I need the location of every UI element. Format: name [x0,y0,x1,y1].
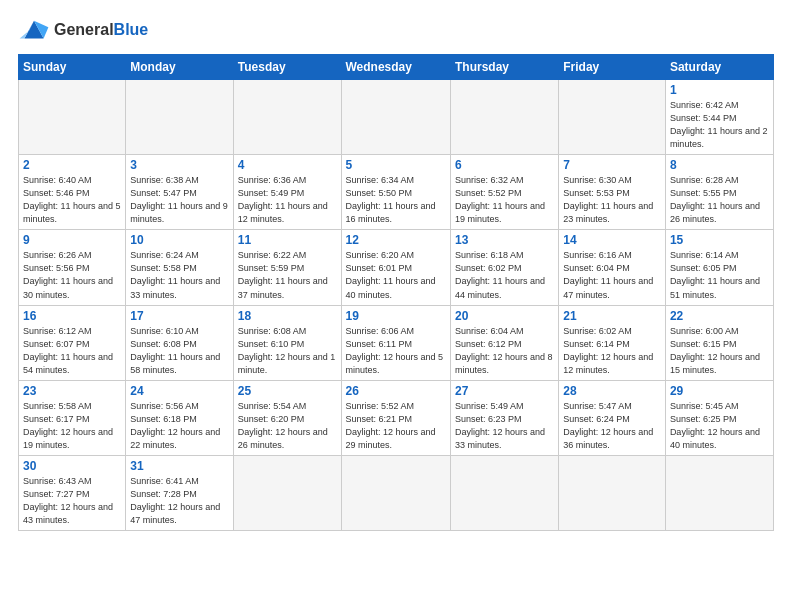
day-info-6: Sunrise: 6:32 AM Sunset: 5:52 PM Dayligh… [455,174,554,226]
calendar-cell-40 [559,455,666,530]
calendar-cell-8: 3Sunrise: 6:38 AM Sunset: 5:47 PM Daylig… [126,155,233,230]
col-thursday: Thursday [450,55,558,80]
col-saturday: Saturday [665,55,773,80]
day-number-29: 29 [670,384,769,398]
calendar-cell-26: 21Sunrise: 6:02 AM Sunset: 6:14 PM Dayli… [559,305,666,380]
logo: GeneralBlue [18,16,148,44]
calendar-table: Sunday Monday Tuesday Wednesday Thursday… [18,54,774,531]
calendar-cell-7: 2Sunrise: 6:40 AM Sunset: 5:46 PM Daylig… [19,155,126,230]
day-number-4: 4 [238,158,337,172]
calendar-cell-33: 28Sunrise: 5:47 AM Sunset: 6:24 PM Dayli… [559,380,666,455]
day-info-13: Sunrise: 6:18 AM Sunset: 6:02 PM Dayligh… [455,249,554,301]
day-number-17: 17 [130,309,228,323]
day-number-16: 16 [23,309,121,323]
calendar-cell-21: 16Sunrise: 6:12 AM Sunset: 6:07 PM Dayli… [19,305,126,380]
calendar-cell-10: 5Sunrise: 6:34 AM Sunset: 5:50 PM Daylig… [341,155,450,230]
calendar-cell-14: 9Sunrise: 6:26 AM Sunset: 5:56 PM Daylig… [19,230,126,305]
calendar-cell-4 [450,80,558,155]
day-number-31: 31 [130,459,228,473]
day-info-3: Sunrise: 6:38 AM Sunset: 5:47 PM Dayligh… [130,174,228,226]
day-info-4: Sunrise: 6:36 AM Sunset: 5:49 PM Dayligh… [238,174,337,226]
col-sunday: Sunday [19,55,126,80]
day-info-26: Sunrise: 5:52 AM Sunset: 6:21 PM Dayligh… [346,400,446,452]
calendar-row-4: 16Sunrise: 6:12 AM Sunset: 6:07 PM Dayli… [19,305,774,380]
day-info-24: Sunrise: 5:56 AM Sunset: 6:18 PM Dayligh… [130,400,228,452]
day-number-7: 7 [563,158,661,172]
calendar-cell-31: 26Sunrise: 5:52 AM Sunset: 6:21 PM Dayli… [341,380,450,455]
calendar-cell-9: 4Sunrise: 6:36 AM Sunset: 5:49 PM Daylig… [233,155,341,230]
calendar-cell-18: 13Sunrise: 6:18 AM Sunset: 6:02 PM Dayli… [450,230,558,305]
calendar-cell-27: 22Sunrise: 6:00 AM Sunset: 6:15 PM Dayli… [665,305,773,380]
calendar-cell-5 [559,80,666,155]
calendar-cell-24: 19Sunrise: 6:06 AM Sunset: 6:11 PM Dayli… [341,305,450,380]
day-number-9: 9 [23,233,121,247]
calendar-cell-37 [233,455,341,530]
day-number-13: 13 [455,233,554,247]
day-number-19: 19 [346,309,446,323]
day-info-19: Sunrise: 6:06 AM Sunset: 6:11 PM Dayligh… [346,325,446,377]
calendar-cell-22: 17Sunrise: 6:10 AM Sunset: 6:08 PM Dayli… [126,305,233,380]
day-info-17: Sunrise: 6:10 AM Sunset: 6:08 PM Dayligh… [130,325,228,377]
calendar-cell-41 [665,455,773,530]
logo-text: GeneralBlue [54,21,148,39]
day-number-27: 27 [455,384,554,398]
col-monday: Monday [126,55,233,80]
calendar-cell-35: 30Sunrise: 6:43 AM Sunset: 7:27 PM Dayli… [19,455,126,530]
page: GeneralBlue Sunday Monday Tuesday Wednes… [0,0,792,612]
day-info-9: Sunrise: 6:26 AM Sunset: 5:56 PM Dayligh… [23,249,121,301]
day-info-18: Sunrise: 6:08 AM Sunset: 6:10 PM Dayligh… [238,325,337,377]
calendar-cell-23: 18Sunrise: 6:08 AM Sunset: 6:10 PM Dayli… [233,305,341,380]
day-info-30: Sunrise: 6:43 AM Sunset: 7:27 PM Dayligh… [23,475,121,527]
day-number-23: 23 [23,384,121,398]
day-info-20: Sunrise: 6:04 AM Sunset: 6:12 PM Dayligh… [455,325,554,377]
calendar-cell-0 [19,80,126,155]
calendar-row-1: 1Sunrise: 6:42 AM Sunset: 5:44 PM Daylig… [19,80,774,155]
calendar-row-2: 2Sunrise: 6:40 AM Sunset: 5:46 PM Daylig… [19,155,774,230]
calendar-cell-16: 11Sunrise: 6:22 AM Sunset: 5:59 PM Dayli… [233,230,341,305]
calendar-row-3: 9Sunrise: 6:26 AM Sunset: 5:56 PM Daylig… [19,230,774,305]
day-number-12: 12 [346,233,446,247]
col-tuesday: Tuesday [233,55,341,80]
day-number-30: 30 [23,459,121,473]
calendar-row-5: 23Sunrise: 5:58 AM Sunset: 6:17 PM Dayli… [19,380,774,455]
day-info-22: Sunrise: 6:00 AM Sunset: 6:15 PM Dayligh… [670,325,769,377]
day-info-28: Sunrise: 5:47 AM Sunset: 6:24 PM Dayligh… [563,400,661,452]
calendar-cell-15: 10Sunrise: 6:24 AM Sunset: 5:58 PM Dayli… [126,230,233,305]
calendar-cell-1 [126,80,233,155]
day-number-21: 21 [563,309,661,323]
calendar-row-6: 30Sunrise: 6:43 AM Sunset: 7:27 PM Dayli… [19,455,774,530]
day-info-8: Sunrise: 6:28 AM Sunset: 5:55 PM Dayligh… [670,174,769,226]
day-number-24: 24 [130,384,228,398]
day-info-5: Sunrise: 6:34 AM Sunset: 5:50 PM Dayligh… [346,174,446,226]
calendar-cell-2 [233,80,341,155]
day-info-21: Sunrise: 6:02 AM Sunset: 6:14 PM Dayligh… [563,325,661,377]
day-number-11: 11 [238,233,337,247]
day-number-28: 28 [563,384,661,398]
day-info-12: Sunrise: 6:20 AM Sunset: 6:01 PM Dayligh… [346,249,446,301]
day-number-14: 14 [563,233,661,247]
day-info-15: Sunrise: 6:14 AM Sunset: 6:05 PM Dayligh… [670,249,769,301]
day-number-1: 1 [670,83,769,97]
day-info-31: Sunrise: 6:41 AM Sunset: 7:28 PM Dayligh… [130,475,228,527]
day-number-2: 2 [23,158,121,172]
calendar-cell-28: 23Sunrise: 5:58 AM Sunset: 6:17 PM Dayli… [19,380,126,455]
calendar-cell-20: 15Sunrise: 6:14 AM Sunset: 6:05 PM Dayli… [665,230,773,305]
col-wednesday: Wednesday [341,55,450,80]
day-number-10: 10 [130,233,228,247]
day-number-15: 15 [670,233,769,247]
calendar-cell-25: 20Sunrise: 6:04 AM Sunset: 6:12 PM Dayli… [450,305,558,380]
day-info-1: Sunrise: 6:42 AM Sunset: 5:44 PM Dayligh… [670,99,769,151]
logo-icon [18,16,50,44]
calendar-cell-6: 1Sunrise: 6:42 AM Sunset: 5:44 PM Daylig… [665,80,773,155]
calendar-cell-11: 6Sunrise: 6:32 AM Sunset: 5:52 PM Daylig… [450,155,558,230]
calendar-cell-13: 8Sunrise: 6:28 AM Sunset: 5:55 PM Daylig… [665,155,773,230]
day-number-20: 20 [455,309,554,323]
calendar-cell-34: 29Sunrise: 5:45 AM Sunset: 6:25 PM Dayli… [665,380,773,455]
calendar-cell-12: 7Sunrise: 6:30 AM Sunset: 5:53 PM Daylig… [559,155,666,230]
day-number-8: 8 [670,158,769,172]
calendar-cell-30: 25Sunrise: 5:54 AM Sunset: 6:20 PM Dayli… [233,380,341,455]
weekday-header-row: Sunday Monday Tuesday Wednesday Thursday… [19,55,774,80]
calendar-cell-19: 14Sunrise: 6:16 AM Sunset: 6:04 PM Dayli… [559,230,666,305]
calendar-cell-38 [341,455,450,530]
calendar-cell-36: 31Sunrise: 6:41 AM Sunset: 7:28 PM Dayli… [126,455,233,530]
